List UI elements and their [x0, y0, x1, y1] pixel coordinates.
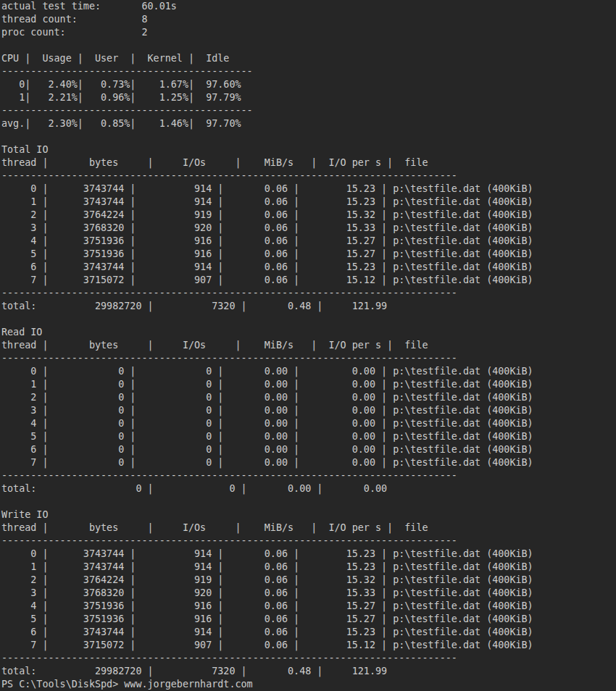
prompt-line[interactable]: PS C:\Tools\DiskSpd> www.jorgebernhardt.…: [1, 678, 616, 691]
io-table-row: 5 | 3751936 | 916 | 0.06 | 15.27 | p:\te…: [1, 248, 616, 261]
separator-line: ----------------------------------------…: [1, 287, 616, 300]
io-table-row: 1 | 3743744 | 914 | 0.06 | 15.23 | p:\te…: [1, 196, 616, 209]
io-table-row: 6 | 3743744 | 914 | 0.06 | 15.23 | p:\te…: [1, 626, 616, 639]
summary-line: thread count: 8: [1, 13, 616, 26]
io-table-row: 7 | 0 | 0 | 0.00 | 0.00 | p:\testfile.da…: [1, 456, 616, 469]
io-table-row: 5 | 0 | 0 | 0.00 | 0.00 | p:\testfile.da…: [1, 430, 616, 443]
io-table-row: 7 | 3715072 | 907 | 0.06 | 15.12 | p:\te…: [1, 639, 616, 652]
summary-line: proc count: 2: [1, 26, 616, 39]
cpu-table-row: 1| 2.21%| 0.96%| 1.25%| 97.79%: [1, 91, 616, 104]
io-table-row: 2 | 3764224 | 919 | 0.06 | 15.32 | p:\te…: [1, 574, 616, 587]
separator-line: ----------------------------------------…: [1, 65, 616, 78]
separator-line: ----------------------------------------…: [1, 652, 616, 665]
io-section-title: Read IO: [1, 326, 616, 339]
blank-line: [1, 39, 616, 52]
io-table-row: 0 | 0 | 0 | 0.00 | 0.00 | p:\testfile.da…: [1, 365, 616, 378]
separator-line: ----------------------------------------…: [1, 535, 616, 548]
io-total-row: total: 0 | 0 | 0.00 | 0.00: [1, 482, 616, 495]
io-table-row: 1 | 0 | 0 | 0.00 | 0.00 | p:\testfile.da…: [1, 378, 616, 391]
io-total-row: total: 29982720 | 7320 | 0.48 | 121.99: [1, 665, 616, 678]
separator-line: ----------------------------------------…: [1, 104, 616, 117]
io-section-title: Write IO: [1, 508, 616, 522]
io-table-row: 4 | 3751936 | 916 | 0.06 | 15.27 | p:\te…: [1, 235, 616, 248]
io-table-row: 2 | 0 | 0 | 0.00 | 0.00 | p:\testfile.da…: [1, 391, 616, 404]
cpu-table-header: CPU | Usage | User | Kernel | Idle: [1, 52, 616, 65]
terminal-window: actual test time: 60.01sthread count: 8p…: [0, 0, 616, 691]
separator-line: ----------------------------------------…: [1, 169, 616, 183]
io-table-row: 1 | 3743744 | 914 | 0.06 | 15.23 | p:\te…: [1, 561, 616, 574]
io-table-row: 4 | 3751936 | 916 | 0.06 | 15.27 | p:\te…: [1, 600, 616, 613]
io-table-row: 3 | 0 | 0 | 0.00 | 0.00 | p:\testfile.da…: [1, 404, 616, 417]
blank-line: [1, 130, 616, 143]
io-table-row: 6 | 0 | 0 | 0.00 | 0.00 | p:\testfile.da…: [1, 443, 616, 456]
io-total-row: total: 29982720 | 7320 | 0.48 | 121.99: [1, 300, 616, 313]
io-table-row: 5 | 3751936 | 916 | 0.06 | 15.27 | p:\te…: [1, 613, 616, 626]
blank-line: [1, 313, 616, 326]
io-section-title: Total IO: [1, 143, 616, 156]
io-table-row: 7 | 3715072 | 907 | 0.06 | 15.12 | p:\te…: [1, 274, 616, 287]
cpu-table-row: 0| 2.40%| 0.73%| 1.67%| 97.60%: [1, 78, 616, 91]
io-table-row: 3 | 3768320 | 920 | 0.06 | 15.33 | p:\te…: [1, 587, 616, 600]
io-table-row: 3 | 3768320 | 920 | 0.06 | 15.33 | p:\te…: [1, 222, 616, 235]
io-table-row: 0 | 3743744 | 914 | 0.06 | 15.23 | p:\te…: [1, 183, 616, 196]
io-table-row: 0 | 3743744 | 914 | 0.06 | 15.23 | p:\te…: [1, 548, 616, 561]
io-table-row: 4 | 0 | 0 | 0.00 | 0.00 | p:\testfile.da…: [1, 417, 616, 430]
blank-line: [1, 495, 616, 508]
separator-line: ----------------------------------------…: [1, 469, 616, 482]
terminal-scrollback: actual test time: 60.01sthread count: 8p…: [1, 0, 616, 678]
terminal-output: actual test time: 60.01sthread count: 8p…: [0, 0, 616, 691]
io-table-header: thread | bytes | I/Os | MiB/s | I/O per …: [1, 339, 616, 352]
io-table-row: 6 | 3743744 | 914 | 0.06 | 15.23 | p:\te…: [1, 261, 616, 274]
cpu-table-avg-row: avg.| 2.30%| 0.85%| 1.46%| 97.70%: [1, 117, 616, 130]
io-table-row: 2 | 3764224 | 919 | 0.06 | 15.32 | p:\te…: [1, 209, 616, 222]
io-table-header: thread | bytes | I/Os | MiB/s | I/O per …: [1, 522, 616, 535]
summary-line: actual test time: 60.01s: [1, 0, 616, 13]
separator-line: ----------------------------------------…: [1, 352, 616, 365]
io-table-header: thread | bytes | I/Os | MiB/s | I/O per …: [1, 156, 616, 169]
